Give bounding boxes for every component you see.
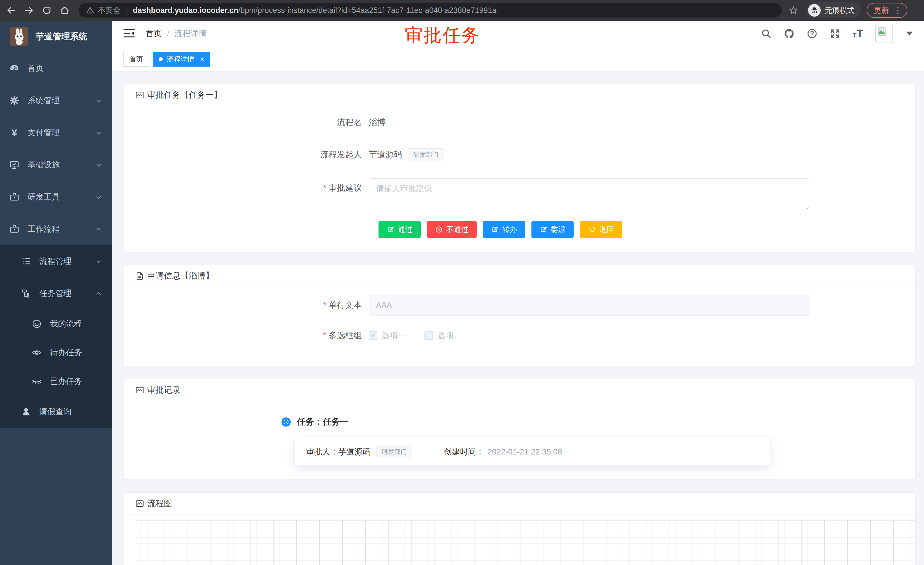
created-time: 2022-01-21 22:35:08 (488, 447, 562, 457)
sidebar-item-label: 系统管理 (27, 95, 60, 106)
chevron-down-icon (95, 258, 102, 265)
clock-icon (282, 418, 291, 427)
briefcase-icon (9, 224, 20, 234)
sidebar-item-workflow[interactable]: 工作流程 (0, 213, 112, 245)
form-row-initiator: 流程发起人 芋道源码 研发部门 (136, 146, 904, 163)
card-header: 申请信息【滔博】 (124, 265, 915, 287)
chevron-up-icon (95, 290, 102, 297)
timeline-item: 任务：任务一 (136, 416, 904, 428)
sidebar-item-my-processes[interactable]: 我的流程 (0, 310, 112, 338)
tab-label: 流程详情 (167, 54, 194, 64)
application-info-card: 申请信息【滔博】 单行文本 多选框组 (124, 265, 915, 366)
approval-record-card: 审批记录 任务：任务一 审批人： 芋道源码 研发部门 创建时间： (124, 379, 915, 480)
sidebar-item-payment[interactable]: ¥ 支付管理 (0, 117, 112, 149)
breadcrumb-separator: / (167, 29, 169, 38)
return-button[interactable]: 退回 (580, 221, 622, 238)
transfer-button[interactable]: 转办 (483, 221, 525, 238)
font-size-icon[interactable]: TT (852, 27, 863, 40)
approve-button[interactable]: 通过 (378, 221, 421, 238)
briefcase-icon (9, 192, 20, 202)
form-row-process-name: 流程名 滔博 (136, 114, 904, 131)
checkbox-unchecked-icon (424, 331, 433, 340)
tab-close-icon[interactable]: × (200, 56, 204, 63)
bpmn-diagram-canvas[interactable] (136, 520, 915, 565)
single-text-input[interactable] (369, 295, 810, 316)
back-icon[interactable] (6, 5, 16, 16)
card-header: 审批记录 (124, 379, 915, 401)
forward-icon[interactable] (24, 5, 34, 16)
bookmark-star-icon[interactable] (788, 5, 799, 16)
card-title: 流程图 (147, 498, 172, 509)
reject-button[interactable]: 不通过 (427, 221, 477, 238)
gear-icon (9, 95, 20, 106)
chevron-down-icon (95, 97, 102, 104)
checkbox-option-1[interactable]: 选项一 (369, 330, 406, 341)
checkbox-label: 选项二 (438, 330, 462, 341)
card-title: 申请信息【滔博】 (147, 270, 214, 282)
process-diagram-card: 流程图 (124, 492, 915, 565)
fullscreen-icon[interactable] (830, 28, 840, 39)
sidebar-item-label: 待办任务 (50, 347, 82, 358)
sidebar-item-label: 研发工具 (27, 191, 60, 202)
dashboard-icon (9, 63, 20, 74)
card-header: 审批任务【任务一】 (124, 84, 915, 106)
avatar[interactable] (875, 25, 893, 42)
yen-icon: ¥ (9, 128, 20, 138)
task-title: 任务：任务一 (297, 416, 349, 428)
sidebar-logo[interactable]: 芋道管理系统 (0, 21, 112, 52)
breadcrumb-current: 流程详情 (174, 28, 207, 39)
not-secure-icon (86, 6, 94, 14)
dept-tag: 研发部门 (376, 446, 412, 458)
approval-opinion-textarea[interactable] (369, 178, 810, 209)
sidebar-collapse-icon[interactable] (123, 29, 135, 39)
browser-menu-icon[interactable]: ⋮ (894, 6, 902, 15)
search-icon[interactable] (761, 28, 772, 39)
browser-update-button[interactable]: 更新 ⋮ (867, 3, 908, 18)
sidebar-item-label: 支付管理 (27, 127, 60, 138)
sidebar-item-done-tasks[interactable]: 已办任务 (0, 367, 112, 396)
tab-process-detail[interactable]: 流程详情 × (153, 52, 210, 67)
checkbox-option-2[interactable]: 选项二 (424, 330, 462, 341)
document-icon (135, 271, 144, 281)
chevron-down-icon (95, 129, 102, 136)
sidebar-item-system[interactable]: 系统管理 (0, 84, 112, 117)
breadcrumb-home[interactable]: 首页 (146, 28, 162, 39)
picture-icon (135, 90, 144, 100)
delegate-button[interactable]: 委派 (531, 221, 574, 238)
security-label: 不安全 (98, 5, 121, 15)
sidebar: 芋道管理系统 首页 系统管理 ¥ 支付管理 基础设施 (0, 21, 112, 565)
sidebar-item-label: 首页 (27, 63, 44, 74)
tab-home[interactable]: 首页 (123, 52, 149, 67)
field-label: 流程发起人 (136, 149, 369, 161)
sidebar-item-process-management[interactable]: 流程管理 (0, 245, 112, 277)
action-buttons: 通过 不通过 转办 委派 (136, 221, 904, 238)
help-icon[interactable] (807, 28, 818, 39)
reload-icon[interactable] (41, 5, 52, 16)
incognito-badge: 无痕模式 (806, 2, 861, 18)
monitor-icon (9, 159, 20, 170)
update-label: 更新 (873, 5, 889, 15)
card-title: 审批任务【任务一】 (147, 89, 222, 101)
home-icon[interactable] (59, 5, 70, 16)
sidebar-item-label: 已办任务 (50, 376, 82, 387)
sidebar-item-task-management[interactable]: 任务管理 (0, 277, 112, 310)
card-title: 审批记录 (147, 385, 180, 396)
circle-close-icon (435, 225, 443, 233)
logo-rabbit-image (10, 27, 28, 46)
chevron-down-icon (95, 194, 102, 200)
address-bar[interactable]: 不安全 dashboard.yudao.iocoder.cn/bpm/proce… (79, 3, 782, 18)
sidebar-item-todo-tasks[interactable]: 待办任务 (0, 338, 112, 367)
avatar-caret-icon[interactable] (906, 32, 912, 36)
form-row-checkbox-group: 多选框组 选项一 选项二 (136, 329, 904, 342)
incognito-label: 无痕模式 (825, 6, 855, 15)
process-name-value: 滔博 (369, 117, 386, 128)
chevron-up-icon (95, 225, 102, 233)
workflow-submenu: 流程管理 任务管理 我的流程 待办任务 (0, 245, 112, 428)
person-icon (21, 407, 31, 417)
sidebar-item-dev-tools[interactable]: 研发工具 (0, 181, 112, 213)
github-icon[interactable] (784, 28, 795, 39)
sidebar-item-label: 流程管理 (39, 256, 72, 267)
sidebar-item-home[interactable]: 首页 (0, 52, 112, 84)
sidebar-item-leave-query[interactable]: 请假查询 (0, 396, 112, 428)
sidebar-item-infrastructure[interactable]: 基础设施 (0, 149, 112, 181)
